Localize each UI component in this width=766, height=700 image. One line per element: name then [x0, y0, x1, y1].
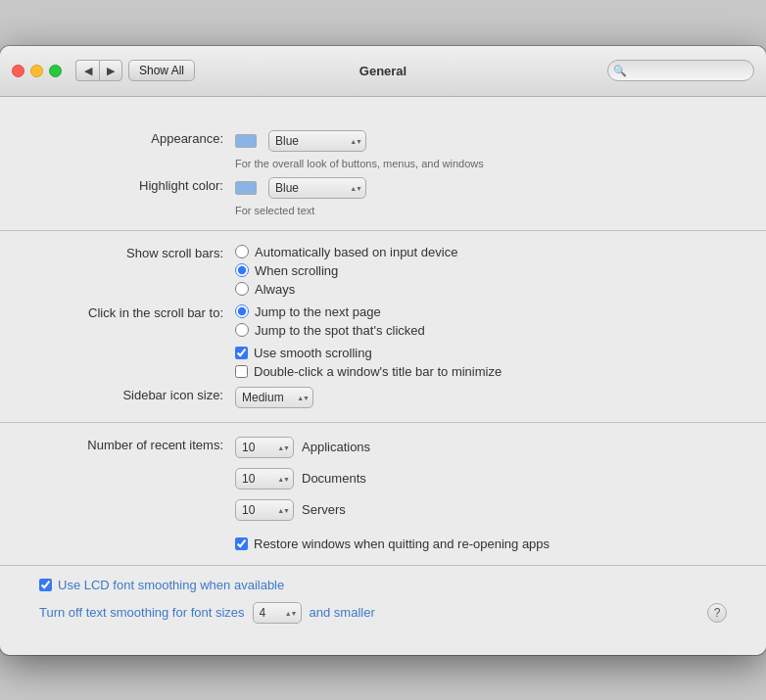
help-button[interactable]: ? [707, 603, 727, 623]
nav-buttons: ◀ ▶ [75, 60, 122, 81]
scroll-auto-label: Automatically based on input device [255, 245, 457, 259]
servers-label: Servers [302, 502, 346, 517]
recent-items-control: 5 10 15 20 None Applications [235, 437, 727, 551]
appearance-row: Appearance: Blue Graphite For the overal… [39, 130, 727, 169]
smooth-scrolling-checkbox[interactable] [235, 347, 248, 359]
sidebar-icon-row: Sidebar icon size: Small Medium Large [39, 387, 727, 408]
jump-next-page-label: Jump to the next page [255, 304, 381, 319]
applications-select[interactable]: 5 10 15 20 None [235, 437, 294, 458]
highlight-select-wrapper: Blue Graphite Red Orange Yellow Green Pu… [268, 177, 366, 199]
recent-items-label: Number of recent items: [39, 437, 235, 452]
restore-windows-option[interactable]: Restore windows when quitting and re-ope… [235, 537, 727, 551]
scroll-auto-radio[interactable] [235, 245, 249, 258]
font-smoothing-suffix: and smaller [310, 605, 375, 620]
lcd-smoothing-label: Use LCD font smoothing when available [58, 578, 284, 592]
highlight-select[interactable]: Blue Graphite Red Orange Yellow Green Pu… [268, 177, 366, 199]
back-button[interactable]: ◀ [75, 60, 99, 81]
jump-spot-radio[interactable] [235, 323, 249, 337]
documents-select[interactable]: 5 10 15 20 None [235, 468, 294, 490]
lcd-section: Use LCD font smoothing when available Tu… [0, 566, 766, 635]
show-all-button[interactable]: Show All [128, 60, 195, 81]
scroll-always-label: Always [255, 282, 295, 297]
sidebar-icon-select[interactable]: Small Medium Large [235, 387, 313, 408]
appearance-control-row: Blue Graphite [235, 130, 727, 152]
servers-select-wrapper: 5 10 15 20 None [235, 499, 294, 521]
font-size-select-wrapper: 4 6 8 10 12 [253, 602, 302, 624]
jump-next-page-option[interactable]: Jump to the next page [235, 304, 727, 319]
search-input[interactable] [607, 60, 754, 81]
appearance-control: Blue Graphite For the overall look of bu… [235, 130, 727, 169]
font-smoothing-prefix: Turn off text smoothing for font sizes [39, 605, 245, 620]
preferences-content: Appearance: Blue Graphite For the overal… [0, 97, 766, 655]
appearance-hint: For the overall look of buttons, menus, … [235, 158, 727, 169]
jump-next-page-radio[interactable] [235, 304, 249, 318]
font-smoothing-row: Turn off text smoothing for font sizes 4… [39, 602, 727, 624]
scroll-bars-control: Automatically based on input device When… [235, 245, 727, 297]
lcd-smoothing-checkbox[interactable] [39, 579, 52, 591]
applications-label: Applications [302, 440, 370, 454]
click-scroll-label: Click in the scroll bar to: [39, 304, 235, 320]
appearance-section: Appearance: Blue Graphite For the overal… [0, 117, 766, 231]
forward-button[interactable]: ▶ [99, 60, 122, 81]
scrollbar-section: Show scroll bars: Automatically based on… [0, 231, 766, 423]
jump-spot-label: Jump to the spot that's clicked [255, 323, 425, 338]
highlight-row: Highlight color: Blue Graphite Red Orang… [39, 177, 727, 216]
smooth-scrolling-option[interactable]: Use smooth scrolling [235, 346, 727, 360]
preferences-window: ◀ ▶ Show All General 🔍 Appearance: [0, 46, 766, 655]
appearance-label: Appearance: [39, 130, 235, 146]
lcd-smoothing-option[interactable]: Use LCD font smoothing when available [39, 578, 727, 592]
sidebar-icon-select-wrapper: Small Medium Large [235, 387, 313, 408]
scroll-always-option[interactable]: Always [235, 282, 727, 297]
titlebar: ◀ ▶ Show All General 🔍 [0, 46, 766, 97]
sidebar-icon-control-row: Small Medium Large [235, 387, 727, 408]
restore-windows-checkbox[interactable] [235, 537, 248, 550]
recent-items-section: Number of recent items: 5 10 15 20 None [0, 423, 766, 566]
maximize-button[interactable] [49, 65, 62, 77]
applications-row: 5 10 15 20 None Applications [235, 437, 727, 458]
traffic-lights [12, 65, 62, 77]
scroll-scrolling-option[interactable]: When scrolling [235, 263, 727, 278]
click-scroll-row: Click in the scroll bar to: Jump to the … [39, 304, 727, 379]
window-title: General [359, 64, 407, 78]
appearance-swatch [235, 134, 257, 148]
double-click-title-checkbox[interactable] [235, 365, 248, 378]
font-size-select[interactable]: 4 6 8 10 12 [253, 602, 302, 624]
highlight-control-row: Blue Graphite Red Orange Yellow Green Pu… [235, 177, 727, 199]
scroll-scrolling-label: When scrolling [255, 263, 338, 278]
scroll-bars-row: Show scroll bars: Automatically based on… [39, 245, 727, 297]
highlight-swatch [235, 181, 257, 195]
minimize-button[interactable] [30, 65, 43, 77]
scroll-auto-option[interactable]: Automatically based on input device [235, 245, 727, 259]
smooth-scrolling-label: Use smooth scrolling [254, 346, 372, 360]
double-click-title-label: Double-click a window's title bar to min… [254, 364, 502, 379]
documents-select-wrapper: 5 10 15 20 None [235, 468, 294, 490]
servers-row: 5 10 15 20 None Servers [235, 499, 727, 521]
documents-label: Documents [302, 471, 366, 486]
search-box: 🔍 [607, 60, 754, 81]
double-click-title-option[interactable]: Double-click a window's title bar to min… [235, 364, 727, 379]
restore-windows-label: Restore windows when quitting and re-ope… [254, 537, 550, 551]
applications-select-wrapper: 5 10 15 20 None [235, 437, 294, 458]
scroll-always-radio[interactable] [235, 282, 249, 296]
appearance-select-wrapper: Blue Graphite [268, 130, 366, 152]
servers-select[interactable]: 5 10 15 20 None [235, 499, 294, 521]
close-button[interactable] [12, 65, 24, 77]
recent-items-row: Number of recent items: 5 10 15 20 None [39, 437, 727, 551]
highlight-control: Blue Graphite Red Orange Yellow Green Pu… [235, 177, 727, 216]
jump-spot-option[interactable]: Jump to the spot that's clicked [235, 323, 727, 338]
highlight-label: Highlight color: [39, 177, 235, 193]
documents-row: 5 10 15 20 None Documents [235, 468, 727, 490]
sidebar-icon-label: Sidebar icon size: [39, 387, 235, 402]
click-scroll-control: Jump to the next page Jump to the spot t… [235, 304, 727, 379]
highlight-hint: For selected text [235, 205, 727, 216]
scroll-scrolling-radio[interactable] [235, 263, 249, 277]
appearance-select[interactable]: Blue Graphite [268, 130, 366, 152]
sidebar-icon-control: Small Medium Large [235, 387, 727, 408]
scroll-bars-label: Show scroll bars: [39, 245, 235, 260]
